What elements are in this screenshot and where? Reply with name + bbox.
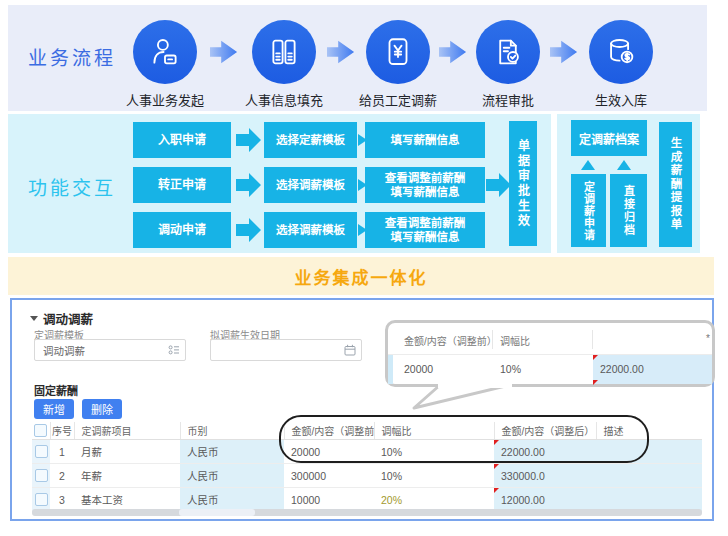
up-arrow-icon	[617, 160, 631, 170]
table-row[interactable]: 3 基本工资 人民币 10000 20% 12000.00	[32, 488, 702, 512]
business-flow-section: 业务流程 人事业务发起 人事信息填充 给员工定调薪 流程审批	[8, 5, 707, 111]
col-after-label: 金额/内容（调整后）	[502, 426, 595, 437]
banner-text: 业务集成一体化	[295, 264, 428, 289]
box-label: 调动申请	[158, 223, 206, 238]
before-cell[interactable]: 10000	[284, 488, 374, 512]
table-header-row: 序号 定调薪项目 币别 金额/内容（调整前） 调幅比 金额/内容（调整后）* 描…	[32, 422, 702, 440]
header-divider	[388, 354, 712, 355]
flow-step-label: 人事业务发起	[105, 90, 225, 109]
currency-cell[interactable]: 人民币	[180, 440, 284, 464]
box-label: 选择定薪模板	[276, 133, 345, 147]
edited-corner-marker	[494, 440, 499, 445]
before-cell[interactable]: 20000	[284, 440, 374, 464]
column-divider	[592, 330, 593, 349]
after-cell[interactable]: 330000.0	[494, 464, 596, 488]
interaction-section: 功能交互 入职申请 选择定薪模板 填写薪酬信息 转正申请 选择调薪模板 查看调整…	[8, 114, 551, 253]
template-field	[34, 339, 186, 361]
box-bill-approve-effect: 单据审批生效	[509, 121, 537, 246]
box-choose-template: 选择调薪模板	[264, 212, 357, 248]
after-value: 22000.00	[501, 446, 545, 458]
section-header[interactable]: 调动调薪	[30, 309, 93, 328]
delete-button[interactable]: 删除	[82, 399, 122, 419]
effect-date-input[interactable]	[210, 339, 362, 361]
after-cell[interactable]: 12000.00	[494, 488, 596, 512]
interaction-title: 功能交互	[28, 173, 116, 200]
ratio-cell[interactable]: 10%	[374, 464, 494, 488]
select-all-checkbox[interactable]	[34, 424, 47, 437]
box-choose-template: 选择调薪模板	[264, 167, 357, 203]
table-row[interactable]: 2 年薪 人民币 300000 10% 330000.0	[32, 464, 702, 488]
callout-tail	[408, 383, 518, 410]
template-input[interactable]	[34, 339, 186, 361]
row-checkbox[interactable]	[35, 445, 48, 458]
person-badge-icon	[148, 35, 182, 69]
row-checkbox[interactable]	[35, 469, 48, 482]
flow-step-initiate	[133, 20, 197, 84]
box-generate-salary-report: 生成薪酬提报单	[659, 122, 692, 247]
box-choose-template: 选择定薪模板	[264, 122, 357, 158]
item-cell[interactable]: 基本工资	[74, 488, 180, 512]
currency-cell[interactable]: 人民币	[180, 488, 284, 512]
flow-step-fill-info	[252, 20, 316, 84]
required-mark: *	[706, 333, 710, 344]
row-edge-tint	[388, 355, 393, 384]
item-cell[interactable]: 月薪	[74, 440, 180, 464]
flow-arrow-icon	[209, 38, 239, 66]
after-value: 330000.0	[501, 470, 545, 482]
salary-card-icon	[381, 35, 415, 69]
after-cell[interactable]: 22000.00	[494, 440, 596, 464]
flow-step-label: 给员工定调薪	[338, 90, 458, 109]
item-cell[interactable]: 年薪	[74, 464, 180, 488]
desc-cell[interactable]	[596, 440, 702, 464]
flow-step-label: 流程审批	[448, 90, 568, 109]
after-value: 12000.00	[501, 494, 545, 506]
col-currency: 币别	[180, 422, 284, 440]
col-before: 金额/内容（调整前）	[284, 422, 374, 440]
box-label: 选择调薪模板	[276, 178, 345, 192]
edited-corner-marker	[593, 355, 598, 360]
flow-step-label: 生效入库	[561, 90, 681, 109]
row-checkbox[interactable]	[35, 493, 48, 506]
flow-arrow-icon	[438, 38, 468, 66]
callout-col-before: 金额/内容（调整前）	[404, 333, 497, 348]
col-desc: 描述	[596, 422, 702, 440]
collapse-triangle-icon[interactable]	[30, 316, 38, 321]
flow-arrow-icon	[549, 38, 579, 66]
table-row[interactable]: 1 月薪 人民币 20000 10% 22000.00	[32, 440, 702, 464]
scrollbar-thumb[interactable]	[179, 509, 255, 516]
row-select-cell	[32, 440, 50, 464]
box-label: 填写薪酬信息	[391, 230, 460, 244]
ratio-cell[interactable]: 10%	[374, 440, 494, 464]
desc-cell[interactable]	[596, 464, 702, 488]
edited-corner-marker	[494, 464, 499, 469]
box-transfer-apply: 调动申请	[133, 212, 231, 248]
callout-col-ratio: 调幅比	[500, 333, 530, 348]
ratio-cell[interactable]: 20%	[374, 488, 494, 512]
before-cell[interactable]: 300000	[284, 464, 374, 488]
flow-step-set-salary	[366, 20, 430, 84]
box-label: 查看调整前薪酬	[385, 216, 466, 230]
up-arrow-icon	[581, 160, 595, 170]
calendar-icon[interactable]	[344, 344, 356, 356]
currency-cell[interactable]: 人民币	[180, 464, 284, 488]
callout-ratio-value: 10%	[500, 363, 521, 375]
col-seq: 序号	[50, 422, 74, 440]
business-flow-title: 业务流程	[28, 43, 116, 70]
seq-cell: 2	[50, 464, 74, 488]
flow-step-take-effect	[589, 20, 653, 84]
add-button[interactable]: 新增	[34, 399, 74, 419]
horizontal-scrollbar[interactable]	[32, 509, 702, 516]
section-title: 调动调薪	[43, 309, 93, 328]
desc-cell[interactable]	[596, 488, 702, 512]
box-fill-salary: 查看调整前薪酬填写薪酬信息	[365, 212, 485, 248]
cyan-arrow-icon	[236, 127, 262, 153]
integration-banner: 业务集成一体化	[8, 257, 714, 295]
salary-items-table: 序号 定调薪项目 币别 金额/内容（调整前） 调幅比 金额/内容（调整后）* 描…	[32, 422, 702, 512]
box-onboarding-apply: 入职申请	[133, 122, 231, 158]
box-fill-salary: 填写薪酬信息	[365, 122, 485, 158]
lookup-icon[interactable]	[168, 344, 180, 356]
edited-corner-marker	[494, 488, 499, 493]
flow-arrow-icon	[326, 38, 356, 66]
seq-cell: 3	[50, 488, 74, 512]
box-label: 填写薪酬信息	[391, 133, 460, 147]
